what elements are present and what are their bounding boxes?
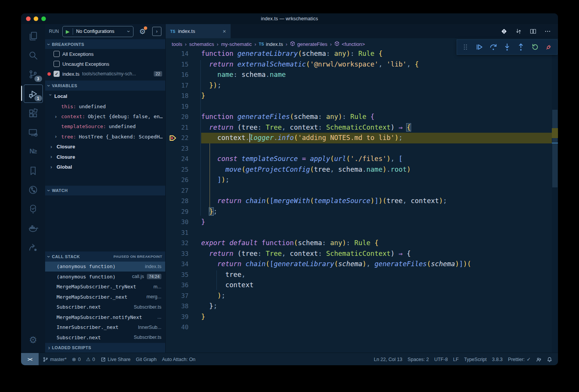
- breadcrumb-item-index-ts[interactable]: TSindex.ts: [259, 41, 283, 47]
- code-line-36[interactable]: 36 context: [166, 280, 558, 291]
- line-number[interactable]: 31: [171, 228, 189, 238]
- line-number[interactable]: 25: [171, 164, 189, 175]
- breakpoint-row[interactable]: All Exceptions: [45, 49, 165, 59]
- status-git-branch[interactable]: master*: [40, 357, 69, 362]
- status-warnings[interactable]: ⚠0: [83, 357, 98, 362]
- call-stack-frame[interactable]: (anonymous function)call.js74:24: [45, 272, 165, 282]
- activity-item-source-control[interactable]: 3: [24, 65, 42, 83]
- tab-close-icon[interactable]: ×: [223, 28, 226, 34]
- close-button[interactable]: [26, 16, 31, 21]
- code-line-40[interactable]: 40: [166, 322, 558, 333]
- line-number[interactable]: 32: [171, 238, 189, 249]
- code-line-18[interactable]: 18}: [166, 91, 558, 101]
- call-stack-frame[interactable]: MergeMapSubscriber._nextmerg...: [45, 292, 165, 302]
- compare-changes-icon[interactable]: [515, 28, 522, 35]
- variable-row[interactable]: this:undefined: [45, 101, 165, 111]
- configure-gear-button[interactable]: ⚙: [139, 27, 146, 36]
- activity-item-bookmarks[interactable]: [24, 162, 42, 179]
- line-number[interactable]: 15: [171, 59, 189, 70]
- line-number[interactable]: 40: [171, 322, 189, 333]
- loaded-scripts-section-header[interactable]: › LOADED SCRIPTS: [45, 343, 165, 353]
- line-number[interactable]: 16: [171, 70, 189, 80]
- code-line-15[interactable]: 15 return externalSchematic('@nrwl/works…: [166, 59, 558, 70]
- status-live-share[interactable]: Live Share: [98, 357, 133, 362]
- code-line-28[interactable]: 28 return chain([mergeWith(templateSourc…: [166, 196, 558, 207]
- gitlens-file-icon[interactable]: [501, 28, 507, 35]
- tab-index-ts[interactable]: TS index.ts ×: [166, 24, 231, 38]
- code-line-39[interactable]: 39}: [166, 312, 558, 322]
- status-errors[interactable]: ⊗0: [69, 357, 83, 362]
- code-line-30[interactable]: 30}: [166, 217, 558, 228]
- call-stack-frame[interactable]: Subscriber.nextSubscriber.ts: [45, 302, 165, 312]
- step-over-button[interactable]: [487, 41, 499, 53]
- breakpoint-row[interactable]: Uncaught Exceptions: [45, 59, 165, 69]
- line-number[interactable]: 38: [171, 301, 189, 312]
- code-line-16[interactable]: 16 name: schema.name: [166, 70, 558, 80]
- code-line-27[interactable]: 27: [166, 185, 558, 196]
- activity-item-search[interactable]: [24, 46, 42, 64]
- breadcrumb-item-generatefiles[interactable]: generateFiles: [290, 41, 327, 47]
- watch-section-header[interactable]: › WATCH: [45, 185, 165, 195]
- code-line-35[interactable]: 35 tree,: [166, 270, 558, 280]
- line-number[interactable]: 34: [171, 259, 189, 270]
- line-number[interactable]: 26: [171, 175, 189, 185]
- call-stack-frame[interactable]: MergeMapSubscriber._tryNextm...: [45, 282, 165, 292]
- variable-row[interactable]: ›context:Object {debug: false, en…: [45, 111, 165, 121]
- activity-item-gitlens[interactable]: [24, 181, 42, 198]
- code-editor[interactable]: 14function generateLibrary(schema: any):…: [166, 50, 558, 353]
- status-cursor-position[interactable]: Ln 22, Col 13: [371, 357, 405, 362]
- line-number[interactable]: 30: [171, 217, 189, 228]
- breadcrumb-item-schematics[interactable]: schematics: [189, 41, 214, 47]
- disconnect-button[interactable]: [543, 41, 555, 53]
- variable-row[interactable]: ›tree:HostTree {_backend: ScopedH…: [45, 132, 165, 142]
- minimize-button[interactable]: [34, 16, 38, 21]
- call-stack-frame[interactable]: (anonymous function)index.ts: [45, 262, 165, 272]
- code-line-37[interactable]: 37 );: [166, 291, 558, 301]
- start-debug-icon[interactable]: ▶: [66, 29, 70, 34]
- breadcrumb-item-my-schematic[interactable]: my-schematic: [221, 41, 252, 47]
- activity-item-extensions[interactable]: [24, 104, 42, 122]
- status-language-mode[interactable]: TypeScript: [461, 357, 489, 362]
- status-notifications[interactable]: [544, 357, 555, 362]
- breakpoints-section-header[interactable]: › BREAKPOINTS: [45, 39, 165, 49]
- code-line-38[interactable]: 38 };: [166, 301, 558, 312]
- status-ts-version[interactable]: 3.8.3: [490, 357, 506, 362]
- breadcrumb-item-tools[interactable]: tools: [172, 41, 182, 47]
- code-line-17[interactable]: 17 });: [166, 80, 558, 91]
- breakpoint-row[interactable]: ✓index.tstools/schematics/my-sch...22: [45, 69, 165, 79]
- status-prettier[interactable]: Prettier:✓: [505, 357, 533, 362]
- editor-scrollbar[interactable]: [552, 50, 558, 353]
- line-number[interactable]: 27: [171, 185, 189, 196]
- code-line-34[interactable]: 34 return chain([generateLibrary(schema)…: [166, 259, 558, 270]
- line-number[interactable]: 23: [171, 143, 189, 154]
- breakpoint-checkbox[interactable]: ✓: [54, 71, 60, 77]
- code-line-25[interactable]: 25 move(getProjectConfig(tree, schema.na…: [166, 164, 558, 175]
- activity-item-deploy[interactable]: [24, 238, 42, 256]
- code-line-32[interactable]: 32export default function(schema: any): …: [166, 238, 558, 249]
- line-number[interactable]: 28: [171, 196, 189, 207]
- line-number[interactable]: 17: [171, 80, 189, 91]
- code-line-29[interactable]: 29 };: [166, 207, 558, 217]
- code-line-26[interactable]: 26 ]);: [166, 175, 558, 185]
- variable-row[interactable]: templateSource:undefined: [45, 122, 165, 132]
- line-number[interactable]: 18: [171, 91, 189, 101]
- status-eol[interactable]: LF: [451, 357, 462, 362]
- status-encoding[interactable]: UTF-8: [431, 357, 450, 362]
- zoom-button[interactable]: [41, 16, 46, 21]
- line-number[interactable]: 39: [171, 312, 189, 322]
- code-line-23[interactable]: 23: [166, 143, 558, 154]
- debug-console-button[interactable]: ›: [152, 27, 161, 36]
- activity-item-docker[interactable]: [24, 219, 42, 237]
- variable-row[interactable]: ›Closure: [45, 152, 165, 162]
- line-number[interactable]: 24: [171, 154, 189, 164]
- call-stack-frame[interactable]: InnerSubscriber._nextInnerSub...: [45, 322, 165, 333]
- status-auto-attach[interactable]: Auto Attach: On: [159, 357, 198, 362]
- breadcrumb-item--function-[interactable]: <function>: [334, 41, 365, 47]
- call-stack-section-header[interactable]: › CALL STACK PAUSED ON BREAKPOINT: [45, 251, 165, 261]
- variables-section-header[interactable]: › VARIABLES: [45, 80, 165, 90]
- activity-item-remote-explorer[interactable]: [24, 124, 42, 141]
- code-line-21[interactable]: 21 return (tree: Tree, context: Schemati…: [166, 122, 558, 133]
- drag-handle[interactable]: [459, 41, 472, 53]
- variable-row[interactable]: ›Local: [45, 91, 165, 101]
- code-line-22[interactable]: 22 context.logger.info('adding NOTES.md …: [166, 133, 558, 143]
